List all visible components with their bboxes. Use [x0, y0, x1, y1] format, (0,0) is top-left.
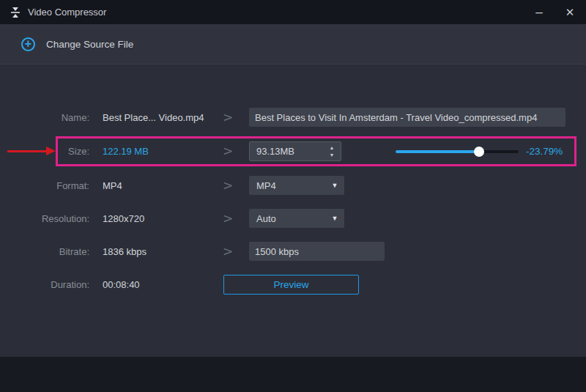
duration-value: 00:08:40 [103, 275, 140, 295]
size-slider-handle[interactable] [474, 147, 484, 157]
plus-circle-icon: + [21, 37, 35, 51]
bitrate-source-value: 1836 kbps [103, 242, 146, 262]
size-label: Size: [0, 141, 89, 161]
duration-label: Duration: [0, 275, 89, 295]
minimize-button[interactable]: – [532, 0, 546, 24]
settings-panel: Name: Best Place... Video.mp4 > Size: 12… [0, 64, 586, 357]
video-compressor-window: Video Compressor – ✕ + Change Source Fil… [0, 0, 586, 392]
window-title: Video Compressor [28, 7, 106, 18]
stepper-spin-controls: ▲ ▼ [323, 145, 341, 158]
chevron-right-icon: > [220, 209, 235, 229]
compressor-icon [10, 7, 21, 18]
target-size-stepper[interactable]: 93.13MB ▲ ▼ [249, 141, 341, 161]
chevron-right-icon: > [220, 141, 235, 161]
change-source-file-button[interactable]: + Change Source File [21, 24, 133, 64]
preview-button[interactable]: Preview [223, 275, 359, 295]
bitrate-row: Bitrate: 1836 kbps > [0, 242, 586, 262]
target-size-value: 93.13MB [250, 146, 323, 157]
name-row: Name: Best Place... Video.mp4 > [0, 108, 586, 127]
format-label: Format: [0, 176, 89, 196]
output-name-input[interactable] [249, 108, 565, 127]
size-slider-fill [396, 150, 479, 153]
size-row: Size: 122.19 MB > 93.13MB ▲ ▼ -23.79% [0, 141, 586, 161]
name-label: Name: [0, 108, 89, 127]
chevron-right-icon: > [220, 176, 235, 196]
bitrate-input[interactable] [249, 242, 385, 261]
bitrate-label: Bitrate: [0, 242, 89, 262]
format-dropdown[interactable]: MP4 ▼ [249, 176, 344, 195]
resolution-label: Resolution: [0, 209, 89, 229]
title-bar: Video Compressor – ✕ [0, 0, 586, 24]
dropdown-arrow-icon: ▼ [325, 182, 344, 189]
spin-down-icon[interactable]: ▼ [330, 152, 335, 158]
size-reduction-percent: -23.79% [526, 141, 563, 161]
close-button[interactable]: ✕ [563, 0, 577, 24]
resolution-dropdown[interactable]: Auto ▼ [249, 209, 344, 228]
resolution-row: Resolution: 1280x720 > Auto ▼ [0, 209, 586, 229]
chevron-right-icon: > [220, 108, 235, 127]
format-selected-option: MP4 [249, 180, 325, 191]
spin-up-icon[interactable]: ▲ [330, 145, 335, 150]
size-slider[interactable] [396, 141, 519, 161]
name-source-value: Best Place... Video.mp4 [103, 108, 204, 127]
resolution-selected-option: Auto [249, 213, 325, 224]
header-strip: + Change Source File [0, 24, 586, 64]
chevron-right-icon: > [220, 242, 235, 262]
resolution-source-value: 1280x720 [103, 209, 144, 229]
duration-row: Duration: 00:08:40 Preview [0, 275, 586, 295]
change-source-file-label: Change Source File [46, 39, 133, 50]
dropdown-arrow-icon: ▼ [325, 215, 344, 222]
window-controls: – ✕ [532, 0, 577, 24]
format-source-value: MP4 [103, 176, 122, 196]
size-source-value: 122.19 MB [103, 141, 149, 161]
footer-bar: Save to: C:\Vidmore\Vidmore Video Conver… [0, 357, 586, 392]
format-row: Format: MP4 > MP4 ▼ [0, 176, 586, 196]
